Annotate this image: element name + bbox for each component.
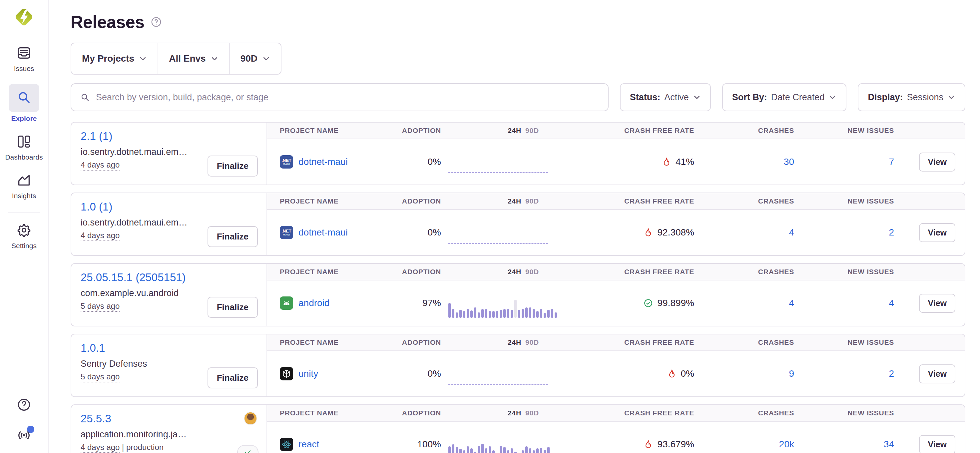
release-version-link[interactable]: 2.1 (1) [81,130,112,143]
crashes-link[interactable]: 9 [789,369,794,379]
project-link[interactable]: android [299,298,329,308]
release-version-link[interactable]: 1.0.1 [81,342,105,354]
sidebar-item-issues[interactable]: Issues [14,45,34,73]
sidebar-item-settings[interactable]: Settings [11,223,37,250]
search-input[interactable] [96,92,599,103]
sidebar-item-insights[interactable]: Insights [12,173,36,200]
page-title: Releases [71,12,145,32]
crash-free-value: 92.308% [657,227,694,238]
environment-filter-dropdown[interactable]: All Envs [158,43,229,74]
release-info-panel: 25.5.3 application.monitoring.ja… 4 days… [71,405,267,453]
project-link[interactable]: unity [299,369,318,379]
crash-free-value: 0% [681,369,694,379]
toggle-24h[interactable]: 24H [508,197,521,205]
col-crashes: CRASHES [694,197,794,205]
release-info-panel: 1.0.1 Sentry Defenses 5 days ago Finaliz… [71,334,267,396]
col-chart-range: 24H90D [441,339,554,347]
crashes-link[interactable]: 20k [779,439,794,449]
new-issues-link[interactable]: 34 [884,439,894,449]
release-info-panel: 25.05.15.1 (2505151) com.example.vu.andr… [71,264,267,326]
project-link[interactable]: react [299,439,319,450]
crashes-link[interactable]: 30 [784,157,794,167]
release-project-table: PROJECT NAME ADOPTION 24H90D CRASH FREE … [267,405,965,453]
crashes-link[interactable]: 4 [789,227,794,237]
finalize-button[interactable]: Finalize [207,297,258,318]
date-range-dropdown[interactable]: 90D [229,43,281,74]
gear-icon [16,223,32,239]
table-header-row: PROJECT NAME ADOPTION 24H90D CRASH FREE … [267,193,965,210]
sidebar-item-explore[interactable]: Explore [9,84,39,122]
release-version-link[interactable]: 25.05.15.1 (2505151) [81,271,186,284]
col-new-issues: NEW ISSUES [794,127,894,135]
col-crash-free-rate: CRASH FREE RATE [554,409,694,417]
toggle-24h[interactable]: 24H [508,409,521,417]
no-adoption-data-line [449,172,548,173]
sort-by-label: Sort By: [732,92,767,103]
crash-free-value: 41% [676,157,694,167]
platform-icon [280,296,293,310]
adoption-chart [449,440,548,453]
platform-icon [280,367,293,380]
col-crash-free-rate: CRASH FREE RATE [554,127,694,135]
project-filter-dropdown[interactable]: My Projects [71,43,158,74]
release-package: com.example.vu.android [81,288,227,299]
sentry-org-logo[interactable] [12,5,36,29]
status-dropdown[interactable]: Status: Active [620,83,711,111]
finalized-check-pill[interactable] [237,445,258,453]
toggle-24h[interactable]: 24H [508,339,521,346]
check-icon [244,448,252,453]
release-version-link[interactable]: 25.5.3 [81,412,111,425]
project-link[interactable]: dotnet-maui [299,157,348,167]
crashes-link[interactable]: 4 [789,298,794,308]
release-version-link[interactable]: 1.0 (1) [81,200,112,213]
adoption-value: 100% [401,439,441,450]
view-button[interactable]: View [919,294,955,313]
project-row: .NETMAUI dotnet-maui 0% 41% 30 7 View [267,139,965,184]
finalize-button[interactable]: Finalize [207,226,258,247]
col-chart-range: 24H90D [441,127,554,135]
col-project-name: PROJECT NAME [267,197,401,205]
display-dropdown[interactable]: Display: Sessions [858,83,965,111]
search-icon [80,92,90,102]
check-circle-icon [643,298,653,308]
question-circle-icon[interactable] [151,16,162,28]
new-issues-link[interactable]: 4 [889,298,894,308]
col-adoption: ADOPTION [401,409,441,417]
col-new-issues: NEW ISSUES [794,409,894,417]
release-meta: 4 days ago | production [81,443,257,452]
new-issues-link[interactable]: 7 [889,157,894,167]
view-button[interactable]: View [919,435,955,453]
toggle-24h[interactable]: 24H [508,127,521,134]
view-button[interactable]: View [919,364,955,383]
sidebar-divider [8,212,40,213]
adoption-value: 0% [401,369,441,379]
new-issues-link[interactable]: 2 [889,227,894,237]
toggle-90d[interactable]: 90D [525,339,539,346]
toggle-90d[interactable]: 90D [525,268,539,275]
col-new-issues: NEW ISSUES [794,197,894,205]
col-crashes: CRASHES [694,409,794,417]
new-issues-link[interactable]: 2 [889,369,894,379]
release-project-table: PROJECT NAME ADOPTION 24H90D CRASH FREE … [267,193,965,255]
view-button[interactable]: View [919,223,955,242]
view-button[interactable]: View [919,153,955,172]
toggle-90d[interactable]: 90D [525,197,539,205]
col-adoption: ADOPTION [401,268,441,276]
toggle-90d[interactable]: 90D [525,127,539,134]
finalize-button[interactable]: Finalize [207,367,258,388]
toggle-24h[interactable]: 24H [508,268,521,275]
project-link[interactable]: dotnet-maui [299,227,348,238]
help-icon[interactable] [16,397,32,414]
search-icon [9,84,39,112]
sidebar-label-dashboards: Dashboards [5,153,43,161]
col-chart-range: 24H90D [441,409,554,417]
release-created: 4 days ago [81,231,119,241]
broadcast-icon[interactable] [16,428,32,444]
finalized-by-avatar[interactable] [244,412,257,425]
platform-icon: .NETMAUI [280,226,293,239]
toggle-90d[interactable]: 90D [525,409,539,417]
sort-by-dropdown[interactable]: Sort By: Date Created [722,83,847,111]
finalize-button[interactable]: Finalize [207,156,258,176]
sidebar-item-dashboards[interactable]: Dashboards [5,134,43,161]
date-range-value: 90D [240,53,258,64]
